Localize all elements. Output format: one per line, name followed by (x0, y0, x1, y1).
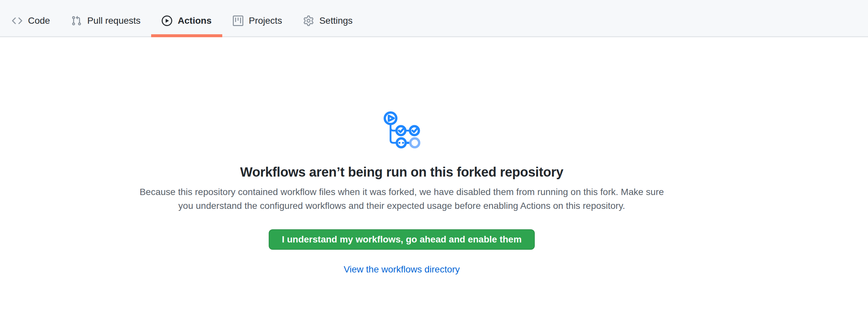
code-icon (12, 15, 22, 26)
blankslate-title: Workflows aren’t being run on this forke… (240, 164, 563, 180)
tab-label: Projects (249, 16, 282, 25)
tab-projects[interactable]: Projects (222, 0, 293, 36)
blankslate-description: Because this repository contained workfl… (136, 185, 668, 213)
gear-icon (303, 15, 314, 26)
tab-label: Code (28, 16, 50, 25)
actions-workflow-icon (383, 111, 421, 149)
play-icon (162, 15, 172, 26)
tab-label: Settings (319, 16, 353, 25)
git-pull-request-icon (71, 15, 82, 26)
tab-label: Actions (178, 16, 212, 25)
tab-label: Pull requests (87, 16, 141, 25)
tab-pull-requests[interactable]: Pull requests (61, 0, 151, 36)
view-workflows-directory-link[interactable]: View the workflows directory (344, 264, 460, 275)
repo-tab-nav: Code Pull requests Actions Projects Sett… (0, 0, 868, 37)
tab-code[interactable]: Code (1, 0, 61, 36)
enable-workflows-button[interactable]: I understand my workflows, go ahead and … (269, 229, 535, 250)
actions-disabled-blankslate: Workflows aren’t being run on this forke… (0, 37, 803, 275)
project-icon (233, 15, 243, 26)
tab-settings[interactable]: Settings (293, 0, 363, 36)
tab-actions[interactable]: Actions (151, 0, 222, 36)
